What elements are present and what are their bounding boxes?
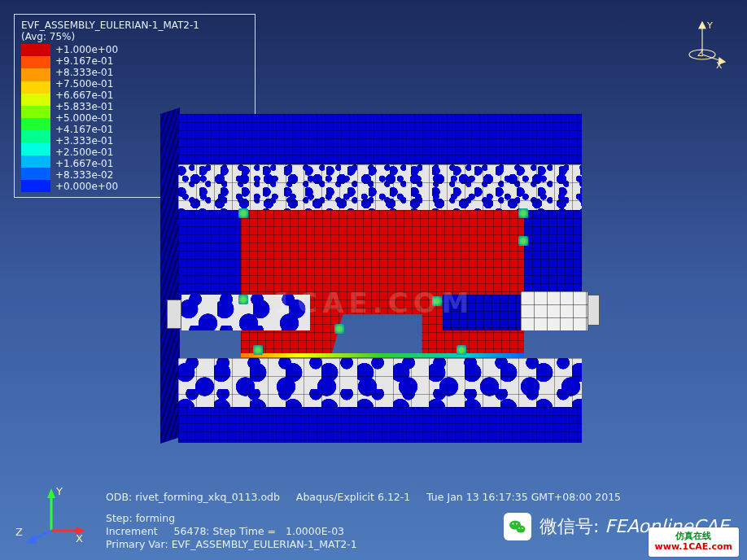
transition-cell [432, 296, 442, 306]
legend-tick: +8.333e-02 [55, 169, 118, 181]
transition-cell [238, 295, 248, 304]
die-block-left [167, 300, 181, 329]
transition-cell [518, 208, 528, 218]
odb-timestamp: Tue Jan 13 16:17:35 GMT+08:00 2015 [426, 491, 621, 503]
primary-var-value: EVF_ASSEMBLY_EULERIAN-1_MAT2-1 [172, 538, 357, 550]
axis-z-label: Z [697, 48, 704, 59]
legend-tick: +4.167e-01 [55, 124, 118, 135]
small-triad-y: Y [55, 485, 63, 497]
mesh-region-midright-grid [521, 291, 588, 330]
svg-point-16 [522, 527, 523, 529]
grid-overlay-upper [178, 164, 582, 210]
svg-marker-2 [699, 22, 706, 28]
svg-marker-10 [25, 534, 37, 544]
legend-swatch [21, 81, 50, 94]
transition-cell [253, 345, 263, 355]
transition-cell [334, 324, 344, 334]
legend-tick: +3.333e-01 [55, 135, 118, 147]
grid-overlay-lower [178, 358, 582, 407]
mesh-region-midright-blue [443, 295, 521, 330]
source-badge: 仿真在线 www.1CAE.com [649, 527, 739, 557]
legend-tick: +1.000e+00 [55, 44, 118, 55]
legend-tick: +1.667e-01 [55, 158, 118, 169]
mesh-region-right-blue [524, 210, 582, 300]
model-depth-edge [160, 107, 180, 444]
mesh-region-left-blue [178, 210, 241, 300]
legend-swatch [21, 180, 50, 192]
legend-swatch [21, 56, 50, 68]
legend-tick: +5.833e-01 [55, 101, 118, 112]
legend-color-bar [21, 44, 50, 192]
svg-point-14 [516, 523, 518, 525]
transition-cell [238, 208, 248, 218]
legend-swatch [21, 118, 50, 130]
primary-var-label: Primary Var: [106, 538, 168, 550]
step-time-label: Step Time = [213, 525, 276, 537]
step-name: forming [136, 512, 175, 524]
legend-tick: +0.000e+00 [55, 181, 118, 192]
legend-tick: +8.333e-01 [55, 67, 118, 78]
legend-swatch [21, 68, 50, 81]
legend-header: EVF_ASSEMBLY_EULERIAN-1_MAT2-1 (Avg: 75%… [21, 20, 248, 42]
svg-marker-6 [47, 488, 55, 498]
interface-gradient-line [241, 353, 524, 357]
legend-tick: +5.000e-01 [55, 112, 118, 124]
legend-swatch [21, 168, 50, 180]
legend-tick: +7.500e-01 [55, 78, 118, 90]
small-triad-z: Z [15, 526, 23, 538]
legend-swatch [21, 94, 50, 106]
legend-tick: +2.500e-01 [55, 147, 118, 158]
mesh-region-bottom-blue [178, 407, 582, 443]
wechat-prefix: 微信号: [540, 516, 599, 536]
legend-swatch [21, 130, 50, 142]
view-orientation-triad[interactable]: Y X Z [678, 20, 727, 69]
legend-tick-labels: +1.000e+00+9.167e-01+8.333e-01+7.500e-01… [55, 44, 118, 192]
badge-cn: 仿真在线 [655, 531, 732, 541]
transition-cell [518, 236, 528, 246]
wechat-icon [504, 513, 531, 540]
transition-cell [456, 345, 466, 355]
legend-swatch [21, 44, 50, 56]
legend-swatch [21, 142, 50, 155]
svg-point-15 [518, 527, 520, 529]
small-triad-x: X [76, 532, 83, 545]
legend-tick: +6.667e-01 [55, 90, 118, 101]
model-viewport[interactable] [142, 114, 600, 444]
axis-x-label: X [716, 60, 723, 71]
step-label: Step: [106, 512, 133, 524]
badge-url: www.1CAE.com [655, 541, 732, 552]
odb-label: ODB: [106, 491, 132, 503]
odb-file: rivet_forming_xkq_0113.odb [135, 491, 280, 503]
die-block-right [588, 295, 600, 326]
svg-point-13 [512, 523, 513, 525]
axis-y-label: Y [706, 20, 713, 31]
legend-subtitle: (Avg: 75%) [21, 31, 248, 42]
increment-label: Increment [106, 525, 158, 537]
global-axis-triad: Y X Z [12, 483, 85, 549]
step-time-value: 1.0000E-03 [286, 525, 344, 537]
svg-point-12 [516, 526, 525, 533]
mesh-region-rivet-red [241, 210, 524, 355]
legend-swatch [21, 106, 50, 118]
mesh-region-top-blue [178, 114, 582, 164]
legend-swatch [21, 155, 50, 168]
legend-tick: +9.167e-01 [55, 55, 118, 67]
legend-title: EVF_ASSEMBLY_EULERIAN-1_MAT2-1 [21, 20, 248, 31]
solver-name: Abaqus/Explicit 6.12-1 [296, 491, 410, 503]
increment-value: 56478: [174, 525, 210, 537]
